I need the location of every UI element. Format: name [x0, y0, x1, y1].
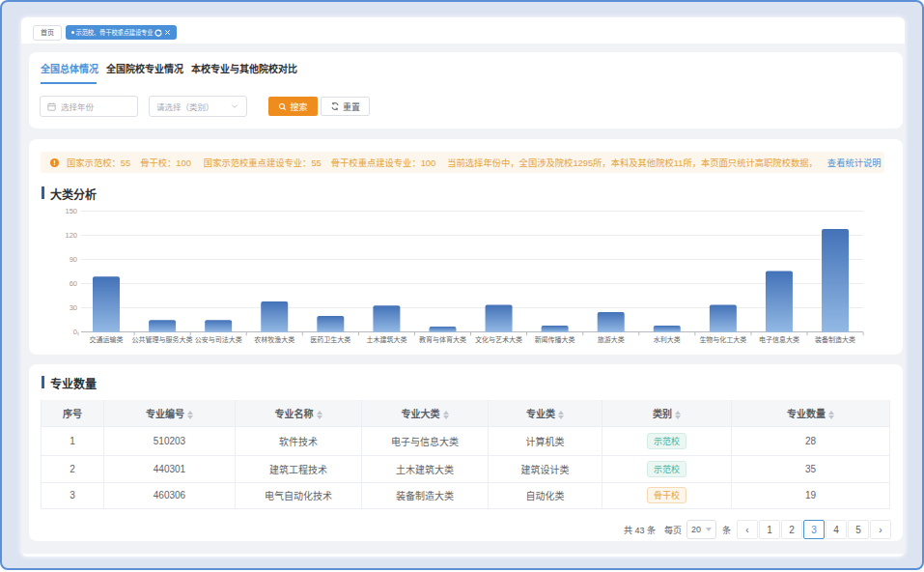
svg-text:60: 60	[70, 279, 77, 288]
svg-text:新闻传播大类: 新闻传播大类	[535, 334, 575, 343]
svg-text:电子信息大类: 电子信息大类	[759, 334, 799, 343]
svg-text:交通运输类: 交通运输类	[90, 334, 124, 343]
svg-text:文化与艺术大类: 文化与艺术大类	[475, 334, 522, 343]
svg-text:公安与司法大类: 公安与司法大类	[195, 334, 242, 343]
svg-text:90: 90	[70, 255, 77, 264]
svg-text:医药卫生大类: 医药卫生大类	[310, 334, 350, 343]
svg-text:土木建筑大类: 土木建筑大类	[366, 334, 406, 343]
svg-text:0: 0	[73, 328, 77, 336]
svg-text:农林牧渔大类: 农林牧渔大类	[254, 334, 294, 343]
svg-text:公共管理与服务大类: 公共管理与服务大类	[132, 334, 193, 343]
svg-text:30: 30	[70, 303, 77, 312]
svg-text:150: 150	[65, 207, 77, 215]
svg-text:教育与体育大类: 教育与体育大类	[419, 334, 466, 343]
svg-text:水利大类: 水利大类	[654, 334, 681, 343]
svg-text:120: 120	[65, 231, 77, 240]
svg-text:旅游大类: 旅游大类	[598, 334, 625, 343]
svg-text:生物与化工大类: 生物与化工大类	[699, 334, 746, 343]
svg-text:装备制造大类: 装备制造大类	[815, 334, 855, 343]
